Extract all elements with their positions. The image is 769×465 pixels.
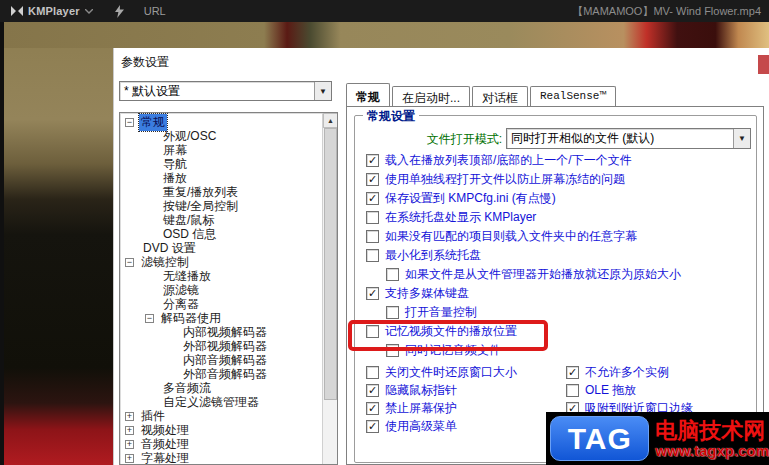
collapse-icon[interactable]: − bbox=[145, 314, 154, 323]
scroll-up-icon[interactable]: ▲ bbox=[323, 113, 338, 128]
kmplayer-menu[interactable]: KMPlayer bbox=[10, 5, 93, 17]
remember-playback-position-row: ✓记忆视频文件的播放位置 bbox=[355, 322, 756, 341]
tag-logo: TAG bbox=[550, 416, 649, 461]
settings-tab-area: 常规在启动时...对话框RealSense™ 常规设置 文件打开模式: 同时打开… bbox=[346, 84, 766, 465]
remember-playback-position-checkbox[interactable]: ✓ bbox=[366, 325, 379, 338]
expand-icon[interactable]: + bbox=[125, 454, 134, 463]
checkbox-label: 载入在播放列表顶部/底部的上一个/下一个文件 bbox=[385, 152, 632, 169]
tree-item[interactable]: 外部音频解码器 bbox=[121, 367, 321, 381]
tree-item-label: 自定义滤镜管理器 bbox=[161, 394, 261, 411]
checkbox-row: ✓载入在播放列表顶部/底部的上一个/下一个文件 bbox=[355, 151, 756, 170]
tag-logo-text: TAG bbox=[568, 422, 632, 456]
checkbox-label: 在系统托盘处显示 KMPlayer bbox=[385, 209, 536, 226]
collapse-icon[interactable]: − bbox=[125, 258, 134, 267]
checkbox-label: 记忆视频文件的播放位置 bbox=[385, 323, 517, 340]
checkbox-row: ✓禁止屏幕保护 bbox=[366, 399, 457, 417]
checkbox[interactable]: ✓ bbox=[366, 420, 379, 433]
checkbox[interactable]: ✓ bbox=[366, 287, 379, 300]
checkbox-label: 如果文件是从文件管理器开始播放就还原为原始大小 bbox=[405, 266, 681, 283]
video-frame bbox=[0, 22, 113, 465]
tab[interactable]: RealSense™ bbox=[530, 86, 616, 106]
watermark-site-name: 电脑技术网 bbox=[655, 419, 769, 443]
profile-combobox[interactable]: * 默认设置 ▼ bbox=[119, 81, 332, 101]
checkbox[interactable]: ✓ bbox=[366, 154, 379, 167]
checkbox[interactable]: ✓ bbox=[366, 211, 379, 224]
checkbox-list: ✓载入在播放列表顶部/底部的上一个/下一个文件✓使用单独线程打开文件以防止屏幕冻… bbox=[355, 151, 756, 360]
tab[interactable]: 常规 bbox=[346, 83, 390, 106]
tab[interactable]: 在启动时... bbox=[392, 86, 470, 106]
checkbox-label: 保存设置到 KMPCfg.ini (有点慢) bbox=[385, 190, 556, 207]
expand-icon[interactable]: + bbox=[125, 426, 134, 435]
watermark-site-url: www.tagxp.com bbox=[655, 443, 769, 459]
checkbox-label: 同时记忆音频文件 bbox=[405, 342, 501, 359]
tree-item[interactable]: 导航 bbox=[121, 157, 321, 171]
preferences-dialog: 参数设置 * 默认设置 ▼ −常规外观/OSC屏幕导航播放重复/播放列表按键/全… bbox=[113, 48, 769, 465]
checkbox-row: ✓如果没有匹配的项目则载入文件夹中的任意字幕 bbox=[355, 227, 756, 246]
tree-item[interactable]: 按键/全局控制 bbox=[121, 199, 321, 213]
check-icon: ✓ bbox=[368, 288, 377, 299]
url-button[interactable]: URL bbox=[144, 5, 166, 17]
checkbox-label: 使用高级菜单 bbox=[385, 418, 457, 435]
checkbox[interactable]: ✓ bbox=[366, 230, 379, 243]
tab[interactable]: 对话框 bbox=[472, 86, 528, 106]
checkbox-row: ✓隐藏鼠标指针 bbox=[366, 381, 457, 399]
checkbox-label: 使用单独线程打开文件以防止屏幕冻结的问题 bbox=[385, 171, 625, 188]
dropdown-arrow-icon[interactable]: ▼ bbox=[314, 82, 331, 100]
file-open-mode-label: 文件打开模式: bbox=[355, 131, 502, 148]
brand-label: KMPlayer bbox=[28, 5, 80, 17]
file-open-mode-row: 文件打开模式: 同时打开相似的文件 (默认) ▼ bbox=[355, 128, 756, 149]
checkbox[interactable]: ✓ bbox=[366, 366, 379, 379]
check-icon: ✓ bbox=[368, 174, 377, 185]
expand-icon[interactable]: + bbox=[125, 440, 134, 449]
group-title: 常规设置 bbox=[363, 108, 419, 125]
check-icon: ✓ bbox=[368, 403, 377, 414]
file-open-mode-combobox[interactable]: 同时打开相似的文件 (默认) ▼ bbox=[506, 128, 751, 149]
checkbox[interactable]: ✓ bbox=[566, 366, 579, 379]
checkbox-row: ✓如果文件是从文件管理器开始播放就还原为原始大小 bbox=[355, 265, 756, 284]
checkbox[interactable]: ✓ bbox=[366, 384, 379, 397]
checkbox-row: ✓最小化到系统托盘 bbox=[355, 246, 756, 265]
check-icon: ✓ bbox=[568, 367, 577, 378]
tree-item[interactable]: −常规 bbox=[121, 115, 321, 129]
tab-strip: 常规在启动时...对话框RealSense™ bbox=[346, 84, 618, 106]
tree-item-label: 字幕处理 bbox=[139, 450, 191, 465]
checkbox[interactable]: ✓ bbox=[386, 268, 399, 281]
check-icon: ✓ bbox=[368, 193, 377, 204]
tree-item[interactable]: 外观/OSC bbox=[121, 129, 321, 143]
check-icon: ✓ bbox=[368, 421, 377, 432]
tree-item[interactable]: 无缝播放 bbox=[121, 269, 321, 283]
checkbox[interactable]: ✓ bbox=[566, 384, 579, 397]
checkbox-row: ✓保存设置到 KMPCfg.ini (有点慢) bbox=[355, 189, 756, 208]
tree-item[interactable]: −滤镜控制 bbox=[121, 255, 321, 269]
kmplayer-logo-icon bbox=[10, 6, 24, 16]
tree-item[interactable]: 键盘/鼠标 bbox=[121, 213, 321, 227]
tree-item[interactable]: 源滤镜 bbox=[121, 283, 321, 297]
checkbox[interactable]: ✓ bbox=[366, 192, 379, 205]
tree-item[interactable]: 屏幕 bbox=[121, 143, 321, 157]
checkbox[interactable]: ✓ bbox=[386, 344, 399, 357]
checkbox-row: ✓OLE 拖放 bbox=[566, 381, 636, 399]
checkbox[interactable]: ✓ bbox=[366, 402, 379, 415]
checkbox-row: ✓使用高级菜单 bbox=[366, 417, 457, 435]
checkbox-label: 隐藏鼠标指针 bbox=[385, 382, 457, 399]
scrollbar-thumb[interactable] bbox=[324, 128, 337, 400]
checkbox[interactable]: ✓ bbox=[366, 249, 379, 262]
checkbox[interactable]: ✓ bbox=[386, 306, 399, 319]
checkbox-label: 支持多媒体键盘 bbox=[385, 285, 469, 302]
tree-item[interactable]: +字幕处理 bbox=[121, 451, 321, 465]
expand-icon[interactable]: + bbox=[125, 412, 134, 421]
chevron-down-icon[interactable] bbox=[85, 9, 93, 14]
checkbox-label: 最小化到系统托盘 bbox=[385, 247, 481, 264]
check-icon: ✓ bbox=[368, 155, 377, 166]
tree-scrollbar[interactable]: ▲ bbox=[322, 113, 337, 464]
lightning-icon[interactable] bbox=[115, 5, 124, 18]
collapse-icon[interactable]: − bbox=[125, 118, 134, 127]
checkbox-row: ✓不允许多个实例 bbox=[566, 363, 669, 381]
checkbox-row: ✓同时记忆音频文件 bbox=[355, 341, 756, 360]
close-button[interactable] bbox=[758, 55, 769, 74]
dialog-title: 参数设置 bbox=[121, 54, 169, 71]
checkbox[interactable]: ✓ bbox=[366, 173, 379, 186]
checkbox-row: ✓关闭文件时还原窗口大小 bbox=[366, 363, 517, 381]
dropdown-arrow-icon[interactable]: ▼ bbox=[733, 129, 750, 148]
video-title: 【MAMAMOO】MV- Wind Flower.mp4 bbox=[572, 4, 761, 19]
